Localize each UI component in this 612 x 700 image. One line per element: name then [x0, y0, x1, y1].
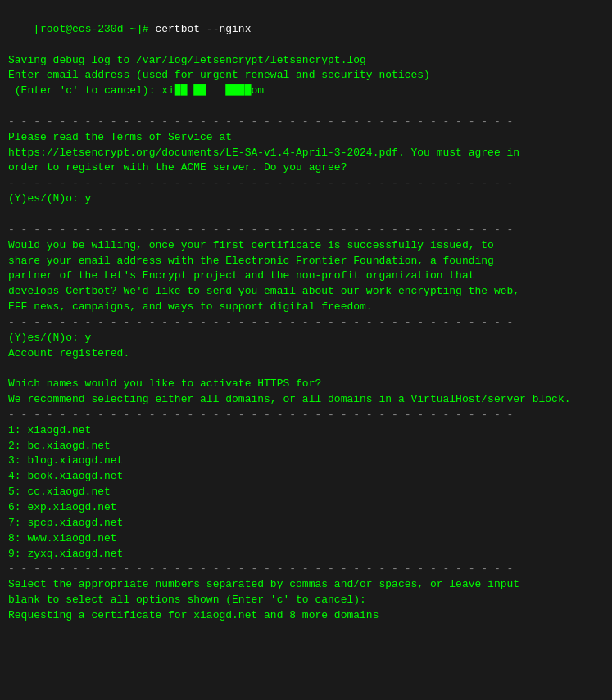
terminal-line	[8, 99, 604, 115]
terminal-line: 2: bc.xiaogd.net	[8, 439, 604, 454]
terminal-line: We recommend selecting either all domain…	[8, 392, 604, 408]
terminal-line: 4: book.xiaogd.net	[8, 469, 604, 485]
terminal-line: - - - - - - - - - - - - - - - - - - - - …	[8, 408, 604, 423]
terminal-line: partner of the Let's Encrypt project and…	[8, 269, 604, 284]
terminal-line: Enter email address (used for urgent ren…	[8, 68, 604, 84]
terminal-line: 5: cc.xiaogd.net	[8, 485, 604, 500]
command: certbot --nginx	[155, 23, 251, 35]
terminal-line: - - - - - - - - - - - - - - - - - - - - …	[8, 223, 604, 238]
terminal-line: 8: www.xiaogd.net	[8, 531, 604, 547]
terminal-line: - - - - - - - - - - - - - - - - - - - - …	[8, 115, 604, 130]
terminal-line: (Y)es/(N)o: y	[8, 192, 604, 207]
terminal-output: Saving debug log to /var/log/letsencrypt…	[8, 53, 604, 624]
prompt-line: [root@ecs-230d ~]# certbot --nginx	[8, 7, 604, 53]
terminal-line: Saving debug log to /var/log/letsencrypt…	[8, 53, 604, 69]
terminal-line: 1: xiaogd.net	[8, 423, 604, 439]
terminal-line: 9: zyxq.xiaogd.net	[8, 547, 604, 562]
terminal-line: share your email address with the Electr…	[8, 254, 604, 269]
terminal-line: Requesting a certificate for xiaogd.net …	[8, 608, 604, 624]
terminal-line: order to register with the ACME server. …	[8, 160, 604, 176]
terminal-line: develops Certbot? We'd like to send you …	[8, 284, 604, 300]
terminal-line: 3: blog.xiaogd.net	[8, 454, 604, 469]
terminal-line: - - - - - - - - - - - - - - - - - - - - …	[8, 315, 604, 331]
terminal-line: blank to select all options shown (Enter…	[8, 593, 604, 608]
terminal-line	[8, 361, 604, 377]
prompt: [root@ecs-230d ~]#	[34, 23, 155, 35]
terminal-line: https://letsencrypt.org/documents/LE-SA-…	[8, 146, 604, 161]
terminal-line: (Enter 'c' to cancel): xi██ ██ ████om	[8, 84, 604, 99]
terminal-line: - - - - - - - - - - - - - - - - - - - - …	[8, 562, 604, 577]
terminal-line	[8, 207, 604, 223]
terminal-line: - - - - - - - - - - - - - - - - - - - - …	[8, 176, 604, 192]
terminal-line: EFF news, campaigns, and ways to support…	[8, 300, 604, 315]
terminal-line: 7: spcp.xiaogd.net	[8, 516, 604, 531]
terminal-line: 6: exp.xiaogd.net	[8, 500, 604, 516]
terminal: [root@ecs-230d ~]# certbot --nginx Savin…	[8, 7, 604, 624]
terminal-line: Would you be willing, once your first ce…	[8, 238, 604, 254]
terminal-line: Please read the Terms of Service at	[8, 130, 604, 146]
terminal-line: Which names would you like to activate H…	[8, 377, 604, 392]
terminal-line: (Y)es/(N)o: y	[8, 331, 604, 346]
terminal-line: Select the appropriate numbers separated…	[8, 577, 604, 593]
terminal-line: Account registered.	[8, 346, 604, 362]
